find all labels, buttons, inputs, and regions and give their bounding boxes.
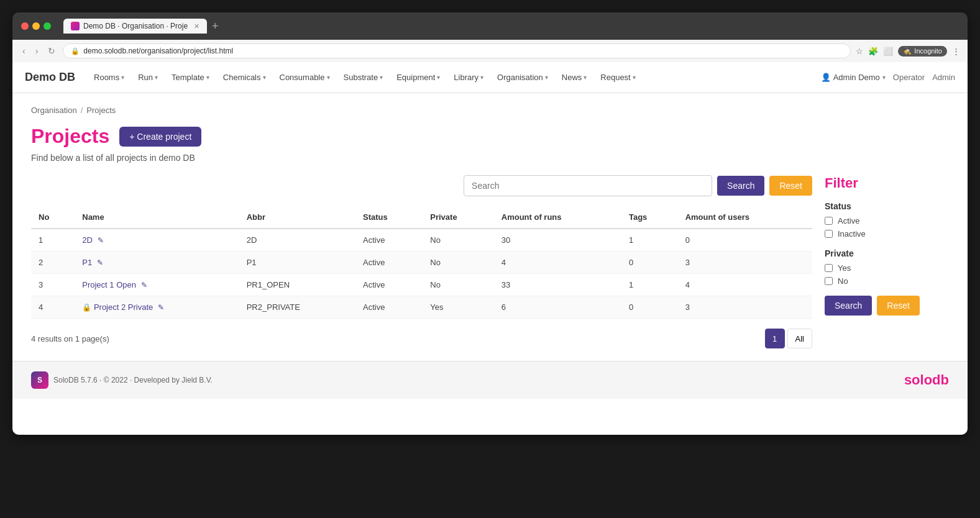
filter-no-checkbox[interactable] bbox=[825, 277, 833, 285]
table-header: No Name Abbr Status Private Amount of ru… bbox=[31, 206, 812, 229]
cell-private: No bbox=[423, 229, 493, 252]
footer-brand: solodb bbox=[904, 372, 949, 388]
col-private: Private bbox=[423, 206, 493, 229]
filter-inactive-checkbox[interactable] bbox=[825, 230, 833, 238]
page-1-button[interactable]: 1 bbox=[765, 329, 785, 348]
cell-tags: 0 bbox=[621, 252, 678, 274]
nav-item-rooms[interactable]: Rooms ▾ bbox=[88, 69, 131, 86]
col-no: No bbox=[31, 206, 75, 229]
filter-sidebar: Filter Status Active Inactive P bbox=[825, 175, 949, 348]
breadcrumb-organisation[interactable]: Organisation bbox=[31, 106, 77, 115]
col-tags: Tags bbox=[621, 206, 678, 229]
filter-title: Filter bbox=[825, 175, 949, 191]
page-all-button[interactable]: All bbox=[787, 329, 812, 348]
filter-yes-label[interactable]: Yes bbox=[838, 263, 851, 273]
nav-request-caret: ▾ bbox=[633, 74, 636, 81]
nav-item-run[interactable]: Run ▾ bbox=[132, 69, 164, 86]
nav-rooms-caret: ▾ bbox=[121, 74, 124, 81]
edit-icon[interactable]: ✎ bbox=[97, 258, 103, 267]
filter-status-title: Status bbox=[825, 201, 949, 211]
edit-icon[interactable]: ✎ bbox=[158, 303, 164, 312]
filter-active-checkbox[interactable] bbox=[825, 217, 833, 225]
nav-equipment-label: Equipment bbox=[396, 73, 435, 82]
active-tab[interactable]: Demo DB · Organisation · Proje ✕ bbox=[63, 19, 207, 34]
filter-active-label[interactable]: Active bbox=[838, 216, 859, 225]
close-button[interactable] bbox=[21, 22, 29, 30]
menu-icon[interactable]: ⋮ bbox=[952, 47, 960, 56]
browser-window: Demo DB · Organisation · Proje ✕ + ‹ › ↻… bbox=[12, 12, 968, 435]
new-tab-button[interactable]: + bbox=[212, 20, 219, 33]
cell-status: Active bbox=[355, 252, 423, 274]
nav-item-consumable[interactable]: Consumable ▾ bbox=[273, 69, 336, 86]
incognito-button[interactable]: 🕵 Incognito bbox=[898, 46, 947, 57]
project-link[interactable]: P1 bbox=[82, 258, 92, 267]
nav-item-news[interactable]: News ▾ bbox=[556, 69, 593, 86]
browser-titlebar: Demo DB · Organisation · Proje ✕ + bbox=[12, 12, 968, 40]
project-link[interactable]: Project 1 Open bbox=[82, 280, 136, 289]
nav-item-equipment[interactable]: Equipment ▾ bbox=[390, 69, 446, 86]
nav-substrate-label: Substrate bbox=[344, 73, 378, 82]
search-input[interactable] bbox=[464, 175, 712, 196]
traffic-lights bbox=[21, 22, 51, 30]
breadcrumb-projects: Projects bbox=[86, 106, 116, 115]
nav-template-label: Template bbox=[172, 73, 204, 82]
filter-no-label[interactable]: No bbox=[838, 276, 848, 286]
page-title: Projects bbox=[31, 125, 109, 148]
nav-rooms-label: Rooms bbox=[94, 73, 119, 82]
edit-icon[interactable]: ✎ bbox=[141, 281, 147, 289]
nav-item-organisation[interactable]: Organisation ▾ bbox=[491, 69, 554, 86]
cell-private: No bbox=[423, 252, 493, 274]
nav-user-name: Admin Demo bbox=[833, 73, 880, 82]
window-icon[interactable]: ⬜ bbox=[883, 47, 893, 56]
col-amount-users: Amount of users bbox=[678, 206, 812, 229]
nav-item-library[interactable]: Library ▾ bbox=[447, 69, 490, 86]
minimize-button[interactable] bbox=[32, 22, 40, 30]
maximize-button[interactable] bbox=[44, 22, 51, 30]
filter-reset-button[interactable]: Reset bbox=[877, 296, 920, 316]
browser-controls: ‹ › ↻ 🔒 demo.solodb.net/organisation/pro… bbox=[12, 40, 968, 62]
cell-amount-runs: 30 bbox=[494, 229, 621, 252]
search-button[interactable]: Search bbox=[717, 176, 764, 196]
col-name: Name bbox=[75, 206, 239, 229]
table-body: 1 2D ✎ 2DActiveNo30102 P1 ✎ P1ActiveNo40… bbox=[31, 229, 812, 319]
back-button[interactable]: ‹ bbox=[20, 45, 28, 57]
edit-icon[interactable]: ✎ bbox=[98, 236, 104, 245]
address-bar[interactable]: 🔒 demo.solodb.net/organisation/project/l… bbox=[63, 43, 851, 58]
app-container: Demo DB Rooms ▾ Run ▾ Template ▾ Chemica… bbox=[12, 62, 968, 435]
filter-inactive-option: Inactive bbox=[825, 229, 949, 239]
star-icon[interactable]: ☆ bbox=[856, 47, 863, 56]
cell-amount-runs: 6 bbox=[494, 296, 621, 319]
nav-consumable-label: Consumable bbox=[280, 73, 325, 82]
browser-actions: ☆ 🧩 ⬜ 🕵 Incognito ⋮ bbox=[856, 46, 960, 57]
nav-organisation-label: Organisation bbox=[497, 73, 543, 82]
project-link[interactable]: Project 2 Private bbox=[94, 302, 153, 312]
tab-close-icon[interactable]: ✕ bbox=[194, 22, 199, 30]
footer-brand-suffix: db bbox=[932, 372, 949, 388]
reset-button[interactable]: Reset bbox=[769, 176, 812, 196]
table-row: 1 2D ✎ 2DActiveNo3010 bbox=[31, 229, 812, 252]
url-text: demo.solodb.net/organisation/project/lis… bbox=[83, 47, 233, 55]
cell-no: 1 bbox=[31, 229, 75, 252]
filter-inactive-label[interactable]: Inactive bbox=[838, 229, 866, 239]
filter-yes-checkbox[interactable] bbox=[825, 264, 833, 272]
main-section: Search Reset No Name Abbr Status Private bbox=[31, 175, 812, 348]
footer: S SoloDB 5.7.6 · © 2022 · Developed by J… bbox=[12, 361, 968, 399]
brand-logo[interactable]: Demo DB bbox=[25, 71, 75, 84]
forward-button[interactable]: › bbox=[33, 45, 41, 57]
nav-item-substrate[interactable]: Substrate ▾ bbox=[337, 69, 390, 86]
table-row: 3 Project 1 Open ✎ PR1_OPENActiveNo3314 bbox=[31, 274, 812, 296]
nav-item-template[interactable]: Template ▾ bbox=[165, 69, 216, 86]
nav-right: 👤 Admin Demo ▾ Operator Admin bbox=[821, 73, 955, 82]
filter-private-title: Private bbox=[825, 248, 949, 258]
project-link[interactable]: 2D bbox=[82, 235, 93, 245]
nav-user[interactable]: 👤 Admin Demo ▾ bbox=[821, 73, 886, 82]
extensions-icon[interactable]: 🧩 bbox=[868, 47, 878, 56]
filter-search-button[interactable]: Search bbox=[825, 296, 872, 316]
create-project-button[interactable]: + Create project bbox=[119, 127, 201, 147]
nav-item-request[interactable]: Request ▾ bbox=[594, 69, 641, 86]
page-subtitle: Find below a list of all projects in dem… bbox=[31, 153, 949, 163]
nav-item-chemicals[interactable]: Chemicals ▾ bbox=[217, 69, 272, 86]
tab-title: Demo DB · Organisation · Proje bbox=[83, 22, 188, 30]
refresh-button[interactable]: ↻ bbox=[45, 45, 58, 57]
footer-version: SoloDB 5.7.6 · © 2022 · Developed by Jie… bbox=[53, 376, 213, 384]
